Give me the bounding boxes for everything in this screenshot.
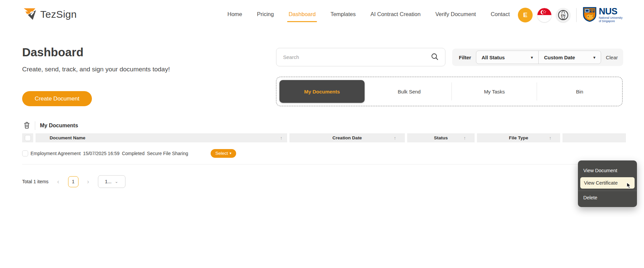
filter-bar: Filter All Status ▾ Custom Date ▾ Clear <box>452 49 623 66</box>
page-subtitle: Create, send, track, and sign your docum… <box>22 66 170 73</box>
tab-my-tasks-label: My Tasks <box>484 89 505 94</box>
chevron-down-icon: ⌄ <box>115 179 118 184</box>
page-number-button[interactable]: 1 <box>68 176 78 187</box>
section-divider <box>35 121 35 130</box>
nav-dashboard[interactable]: Dashboard <box>288 9 316 19</box>
nav-pricing[interactable]: Pricing <box>256 9 274 19</box>
document-tabs: My Documents Bulk Send My Tasks Bin <box>276 77 623 106</box>
tezsign-logo-text: TezSign <box>40 9 77 20</box>
bulk-delete-button[interactable] <box>23 122 30 130</box>
creation-date-cell: 15/07/2025 16:59 <box>83 151 119 156</box>
tab-my-documents[interactable]: My Documents <box>279 80 365 103</box>
filter-dropdowns: All Status ▾ Custom Date ▾ <box>476 51 601 64</box>
section-title: My Documents <box>40 123 78 129</box>
table-row: Employment Agreement 15/07/2025 16:59 Co… <box>22 142 626 164</box>
row-checkbox[interactable] <box>22 150 28 156</box>
top-navigation-bar: TezSign Home Pricing Dashboard Templates… <box>0 0 644 28</box>
caret-down-icon: ▾ <box>230 151 232 155</box>
table-header-row: Document Name ↑ Creation Date ↑ Status ↑… <box>22 133 626 142</box>
tezsign-logo[interactable]: TezSign <box>22 6 77 23</box>
sort-asc-icon[interactable]: ↑ <box>394 135 396 141</box>
search-icon[interactable] <box>431 53 438 62</box>
row-checkbox-cell <box>22 150 28 156</box>
total-items-label: Total 1 items <box>22 179 49 184</box>
page-title: Dashboard <box>22 46 84 59</box>
tab-bin[interactable]: Bin <box>537 77 622 106</box>
search-box <box>276 48 445 66</box>
nav-contact[interactable]: Contact <box>490 9 511 19</box>
prev-page-icon[interactable]: ‹ <box>57 179 59 185</box>
main-nav: Home Pricing Dashboard Templates AI Cont… <box>227 0 511 28</box>
search-input[interactable] <box>283 54 431 60</box>
status-filter-value: All Status <box>482 55 505 60</box>
status-filter-dropdown[interactable]: All Status ▾ <box>476 51 538 64</box>
user-avatar[interactable]: E <box>518 8 533 22</box>
menu-item-view-certificate[interactable]: View Certificate <box>580 177 635 189</box>
next-page-icon[interactable]: › <box>87 179 89 185</box>
pagination: Total 1 items ‹ 1 › 1... ⌄ <box>22 175 125 188</box>
svg-text:EN: EN <box>561 13 566 17</box>
nav-verify-document[interactable]: Verify Document <box>435 9 477 19</box>
documents-table: Document Name ↑ Creation Date ↑ Status ↑… <box>22 133 626 164</box>
menu-item-label: View Certificate <box>584 180 618 186</box>
caret-down-icon: ▾ <box>531 55 533 60</box>
header-divider <box>576 8 577 22</box>
date-filter-value: Custom Date <box>544 55 575 60</box>
nus-shield-icon <box>583 7 597 23</box>
select-all-checkbox[interactable] <box>25 135 31 141</box>
column-label: Status <box>434 135 448 140</box>
mouse-cursor-icon <box>626 182 632 190</box>
nus-subtitle: National University of Singapore <box>599 16 623 23</box>
nus-name: NUS <box>599 7 623 16</box>
column-status[interactable]: Status ↑ <box>407 133 475 142</box>
page-size-select[interactable]: 1... ⌄ <box>98 175 125 188</box>
menu-item-view-document[interactable]: View Document <box>578 165 637 176</box>
nav-templates[interactable]: Templates <box>330 9 356 19</box>
caret-down-icon: ▾ <box>593 55 596 60</box>
date-filter-dropdown[interactable]: Custom Date ▾ <box>538 51 601 64</box>
menu-divider <box>578 191 637 191</box>
column-label: File Type <box>509 135 528 140</box>
documents-section-header: My Documents <box>23 121 78 130</box>
sort-asc-icon[interactable]: ↑ <box>549 135 551 141</box>
singapore-flag-icon[interactable] <box>537 8 551 22</box>
language-globe-icon[interactable]: EN <box>556 8 570 22</box>
clear-filters-button[interactable]: Clear <box>606 55 618 60</box>
tab-my-tasks[interactable]: My Tasks <box>452 77 537 106</box>
nav-home[interactable]: Home <box>227 9 243 19</box>
create-document-button[interactable]: Create Document <box>22 91 92 106</box>
trash-icon <box>23 122 30 130</box>
file-type-cell: Secure File Sharing <box>147 151 188 156</box>
filter-label: Filter <box>459 55 471 60</box>
nus-text: NUS National University of Singapore <box>599 7 623 23</box>
nus-logo: NUS National University of Singapore <box>583 7 623 23</box>
sort-asc-icon[interactable]: ↑ <box>280 135 282 141</box>
menu-item-delete[interactable]: Delete <box>578 192 637 203</box>
column-label: Creation Date <box>332 135 362 140</box>
status-cell: Completed <box>122 151 145 156</box>
sort-asc-icon[interactable]: ↑ <box>464 135 466 141</box>
tezsign-dashboard-app: TezSign Home Pricing Dashboard Templates… <box>0 0 644 268</box>
document-name-cell: Employment Agreement <box>31 151 80 156</box>
actions-cell: Select ▾ <box>191 149 236 158</box>
tab-bulk-send-label: Bulk Send <box>398 89 421 94</box>
select-all-cell <box>22 133 33 142</box>
column-label: Document Name <box>50 135 86 140</box>
column-creation-date[interactable]: Creation Date ↑ <box>289 133 405 142</box>
select-action-menu: View Document View Certificate Delete <box>578 160 637 207</box>
tezsign-logo-icon <box>22 6 38 23</box>
column-file-type[interactable]: File Type ↑ <box>477 133 560 142</box>
nav-ai-contract-creation[interactable]: AI Contract Creation <box>370 9 421 19</box>
page-size-value: 1... <box>105 179 111 184</box>
tab-bin-label: Bin <box>576 89 583 94</box>
select-button-label: Select <box>215 151 228 156</box>
select-action-button[interactable]: Select ▾ <box>211 149 236 158</box>
tab-bulk-send[interactable]: Bulk Send <box>367 77 452 106</box>
column-document-name[interactable]: Document Name ↑ <box>36 133 287 142</box>
column-actions <box>562 133 626 142</box>
header-right-cluster: E EN <box>518 7 623 23</box>
